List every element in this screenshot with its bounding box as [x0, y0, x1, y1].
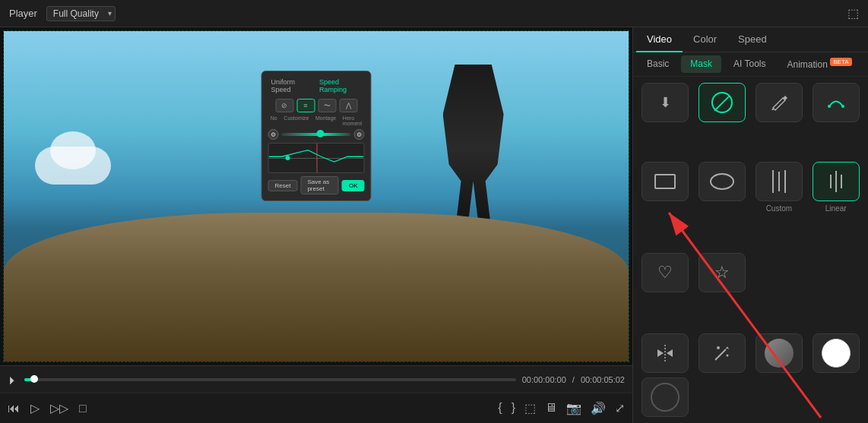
linear-btn[interactable]: [813, 162, 860, 201]
heart-btn[interactable]: [641, 253, 689, 292]
mask-tool-linear: Linear: [809, 162, 862, 248]
time-separator: /: [572, 375, 575, 384]
montage-label: Montage: [315, 115, 336, 126]
ok-btn[interactable]: OK: [342, 180, 365, 191]
main-content: Uniform Speed Speed Ramping ⊘ ≡ 〜 ⋀ No C…: [0, 27, 868, 423]
circle-gray-btn[interactable]: [756, 333, 803, 373]
toolbar-icons: { } ⬚ 🖥 📷 🔊 ⤢: [498, 401, 625, 415]
linear-icon: [830, 171, 842, 192]
pen-curved-btn[interactable]: [813, 83, 860, 122]
no-label: No: [271, 115, 277, 126]
no-mode-btn[interactable]: ⊘: [275, 99, 293, 112]
current-time: 00:00:00:00: [522, 375, 566, 384]
next-frame-icon[interactable]: ▷▷: [50, 401, 68, 415]
right-panel: Video Color Speed Basic Mask AI Tools An…: [632, 27, 868, 423]
header-bar: Player Full Quality 1/2 Quality 1/4 Qual…: [0, 0, 868, 27]
magic-btn[interactable]: [699, 333, 746, 373]
speed-graph[interactable]: [268, 143, 365, 173]
bracket-left-icon[interactable]: {: [498, 401, 502, 415]
right-top-tabs: Video Color Speed: [633, 27, 868, 52]
magic-icon: [712, 343, 732, 363]
skater-figure: [443, 65, 504, 232]
speed-settings-icon[interactable]: ⚙: [268, 129, 279, 140]
sub-tab-animation[interactable]: Animation BETA: [778, 55, 860, 73]
speed-end-ctrl[interactable]: ⚙: [354, 129, 365, 140]
star-icon: [714, 263, 730, 283]
bracket-right-icon[interactable]: }: [512, 401, 515, 415]
rect-icon: [654, 174, 676, 189]
custom-btn[interactable]: [756, 162, 803, 201]
mask-tool-pen-curved: [809, 83, 862, 157]
heart-icon: [657, 263, 673, 283]
save-preset-btn[interactable]: Save as preset: [300, 176, 339, 194]
svg-point-2: [717, 346, 720, 349]
quality-wrapper: Full Quality 1/2 Quality 1/4 Quality: [46, 6, 116, 21]
speed-action-btns: Reset Save as preset OK: [268, 176, 365, 194]
mirror-icon: [655, 343, 675, 363]
playback-bar: ⏵ 00:00:00:00 / 00:00:05:02: [0, 365, 632, 393]
mask-tool-circle-white: [809, 333, 862, 373]
circle-white-btn[interactable]: [813, 333, 860, 373]
montage-mode-btn[interactable]: 〜: [318, 99, 336, 112]
segment-icon[interactable]: ⬚: [524, 401, 536, 415]
speed-mode-labels: No Customize Montage Heromoment: [268, 115, 365, 126]
circle-slash-btn[interactable]: [699, 83, 746, 122]
progress-bar[interactable]: [24, 378, 516, 381]
ellipse-btn[interactable]: [699, 162, 746, 201]
tab-color[interactable]: Color: [683, 27, 727, 52]
customize-label: Customize: [284, 115, 309, 126]
quality-select[interactable]: Full Quality 1/2 Quality 1/4 Quality: [46, 6, 116, 21]
pen-icon: [769, 93, 789, 112]
rect-btn[interactable]: [641, 162, 689, 201]
play-button[interactable]: ⏵: [8, 374, 18, 386]
mask-tool-circle-dark: [639, 377, 692, 417]
prev-frame-icon[interactable]: ⏮: [8, 402, 20, 415]
speed-slider[interactable]: [282, 133, 351, 136]
tab-speed[interactable]: Speed: [727, 27, 778, 52]
uniform-speed-tab[interactable]: Uniform Speed: [268, 77, 314, 94]
speed-controls-row: ⚙ ⚙: [268, 129, 365, 140]
fullscreen-icon[interactable]: 🖥: [545, 401, 557, 415]
bottom-toolbar: ⏮ ▷ ▷▷ □ { } ⬚ 🖥 📷 🔊 ⤢: [0, 393, 632, 423]
mirror-btn[interactable]: [641, 333, 689, 373]
total-time: 00:00:05:02: [581, 375, 625, 384]
beta-badge: BETA: [830, 58, 851, 66]
mask-tool-mirror: [639, 333, 692, 373]
stop-icon[interactable]: □: [79, 402, 87, 415]
star-btn[interactable]: [699, 253, 746, 292]
mask-row3: [633, 333, 868, 423]
audio-icon[interactable]: 🔊: [591, 401, 606, 415]
customize-mode-btn[interactable]: ≡: [296, 99, 315, 112]
circle-dark-icon: [651, 383, 680, 412]
mask-tool-ellipse: [696, 162, 749, 248]
download-icon: [660, 94, 671, 111]
circle-slash-icon: [711, 92, 733, 113]
progress-thumb: [30, 375, 38, 383]
circle-dark-btn[interactable]: [641, 377, 689, 417]
sub-tab-ai[interactable]: AI Tools: [724, 55, 775, 73]
mask-tool-custom: Custom: [753, 162, 806, 248]
sub-tab-basic[interactable]: Basic: [638, 55, 678, 73]
mask-tool-star: [696, 253, 749, 327]
play-icon[interactable]: ▷: [30, 401, 40, 415]
mask-tool-heart: [639, 253, 692, 327]
speed-overlay: Uniform Speed Speed Ramping ⊘ ≡ 〜 ⋀ No C…: [261, 71, 372, 201]
snapshot-icon[interactable]: 📷: [566, 401, 581, 415]
video-area: Uniform Speed Speed Ramping ⊘ ≡ 〜 ⋀ No C…: [3, 30, 629, 362]
speed-tabs: Uniform Speed Speed Ramping: [268, 77, 365, 94]
tab-video[interactable]: Video: [636, 27, 683, 52]
expand-icon[interactable]: ⤢: [615, 401, 625, 415]
pen-btn[interactable]: [756, 83, 803, 122]
reset-btn[interactable]: Reset: [268, 180, 298, 191]
linear-label: Linear: [825, 204, 847, 213]
pen-curved-icon: [826, 93, 846, 112]
download-btn[interactable]: [641, 83, 689, 122]
mask-tool-pen: [753, 83, 806, 157]
mask-tool-circle-slash: [696, 83, 749, 157]
svg-point-0: [828, 105, 831, 108]
speed-ramp-tab[interactable]: Speed Ramping: [316, 77, 364, 94]
hero-mode-btn[interactable]: ⋀: [339, 99, 357, 112]
video-panel: Uniform Speed Speed Ramping ⊘ ≡ 〜 ⋀ No C…: [0, 27, 632, 423]
sub-tab-mask[interactable]: Mask: [681, 55, 721, 73]
svg-point-3: [727, 355, 729, 357]
